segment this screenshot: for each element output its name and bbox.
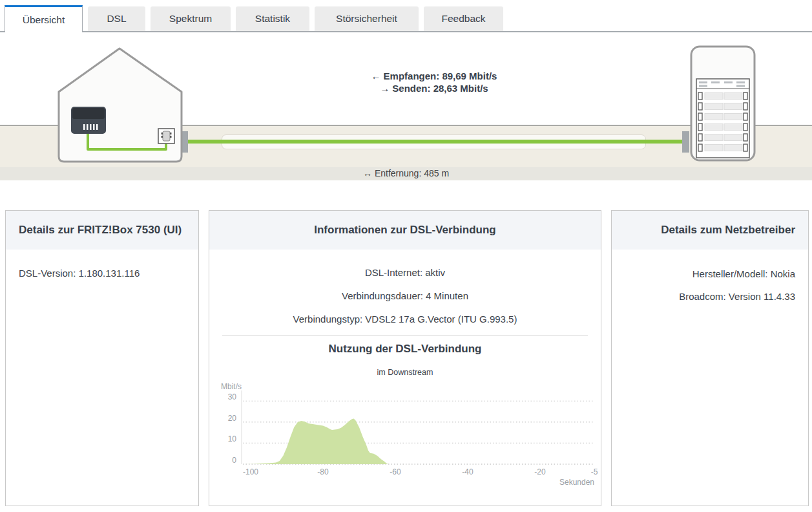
receive-rate: ←Empfangen: 89,69 Mbit/s: [305, 70, 563, 82]
svg-text:30: 30: [228, 392, 237, 401]
tab-label: Spektrum: [169, 13, 212, 25]
distance-text: Entfernung: 485 m: [375, 168, 449, 178]
card-title: Details zum Netzbetreiber: [612, 211, 808, 250]
card-dsl-connection: Informationen zur DSL-Verbindung DSL-Int…: [209, 210, 601, 506]
router-icon: [71, 107, 106, 134]
left-arrow-icon: ←: [371, 70, 381, 81]
house-icon: [55, 44, 191, 163]
connection-duration: Verbindungsdauer: 4 Minuten: [209, 284, 601, 308]
distance-bar: ↔Entfernung: 485 m: [0, 167, 812, 180]
svg-text:Sekunden: Sekunden: [559, 478, 594, 487]
connection-type: Verbindungstyp: VDSL2 17a G.Vector (ITU …: [209, 308, 601, 331]
tab-statistik[interactable]: Statistik: [236, 6, 309, 31]
provider-chipset-version: Broadcom: Version 11.4.33: [625, 285, 795, 308]
svg-text:-40: -40: [462, 467, 474, 476]
svg-text:-60: -60: [390, 467, 401, 476]
tab-label: Übersicht: [23, 14, 65, 26]
tab-stoersicherheit[interactable]: Störsicherheit: [315, 6, 419, 31]
downstream-usage-chart: 0102030Mbit/s-100-80-60-40-20-5Sekunden: [209, 383, 601, 493]
svg-text:10: 10: [228, 434, 237, 443]
svg-text:-100: -100: [243, 467, 258, 476]
send-rate: →Senden: 28,63 Mbit/s: [305, 82, 563, 94]
dslam-cabinet-icon: [690, 45, 756, 162]
receive-rate-text: Empfangen: 89,69 Mbit/s: [384, 70, 497, 81]
right-arrow-icon: →: [380, 83, 390, 94]
svg-text:-80: -80: [317, 467, 329, 476]
details-cards: Details zur FRITZ!Box 7530 (UI) DSL-Vers…: [5, 210, 809, 506]
cabinet-wall-connector: [682, 131, 689, 153]
double-arrow-icon: ↔: [363, 168, 372, 178]
svg-text:20: 20: [228, 414, 237, 423]
card-title: Informationen zur DSL-Verbindung: [209, 211, 601, 250]
send-rate-text: Senden: 28,63 Mbit/s: [392, 83, 488, 94]
throughput-readout: ←Empfangen: 89,69 Mbit/s →Senden: 28,63 …: [305, 70, 563, 94]
tab-label: Störsicherheit: [336, 13, 397, 25]
chart-title: Nutzung der DSL-Verbindung: [209, 341, 601, 357]
tab-label: Statistik: [255, 13, 290, 25]
dsl-cable-line: [183, 140, 683, 144]
tab-uebersicht[interactable]: Übersicht: [5, 5, 83, 32]
dsl-version-text: DSL-Version: 1.180.131.116: [19, 268, 185, 279]
wall-socket-icon: [158, 129, 174, 144]
tab-spektrum[interactable]: Spektrum: [151, 6, 231, 31]
connection-illustration: ←Empfangen: 89,69 Mbit/s →Senden: 28,63 …: [0, 32, 812, 180]
card-fritzbox-details: Details zur FRITZ!Box 7530 (UI) DSL-Vers…: [5, 210, 199, 506]
svg-text:Mbit/s: Mbit/s: [221, 383, 242, 391]
tab-label: Feedback: [441, 13, 485, 25]
tab-feedback[interactable]: Feedback: [424, 6, 503, 31]
tab-bar: Übersicht DSL Spektrum Statistik Störsic…: [0, 0, 812, 32]
svg-text:0: 0: [232, 456, 236, 465]
card-title: Details zur FRITZ!Box 7530 (UI): [6, 211, 198, 250]
svg-text:-20: -20: [534, 467, 546, 476]
dsl-internet-status: DSL-Internet: aktiv: [209, 261, 601, 284]
card-provider-details: Details zum Netzbetreiber Hersteller/Mod…: [611, 210, 809, 506]
tab-dsl[interactable]: DSL: [88, 6, 145, 31]
tab-label: DSL: [107, 13, 126, 25]
svg-text:-5: -5: [591, 467, 598, 476]
provider-model: Hersteller/Modell: Nokia: [625, 262, 795, 285]
divider: [222, 335, 588, 336]
chart-subtitle: im Downstream: [209, 368, 601, 378]
